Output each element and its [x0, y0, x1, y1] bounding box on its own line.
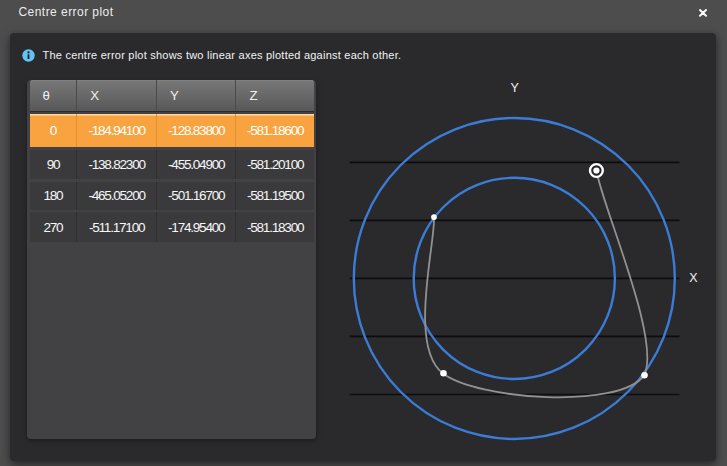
svg-text:Y: Y — [510, 81, 519, 95]
svg-text:X: X — [689, 271, 698, 285]
